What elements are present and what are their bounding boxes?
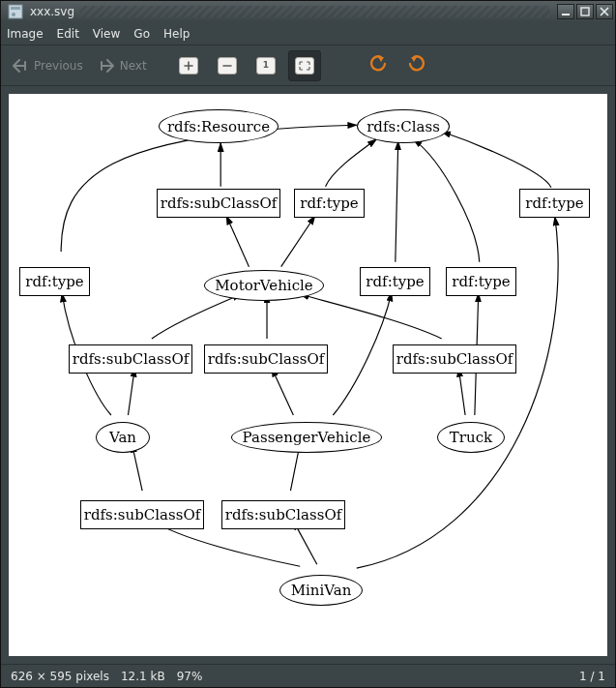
node-label: PassengerVehicle [243,429,371,446]
menu-image[interactable]: Image [7,27,44,41]
menu-help[interactable]: Help [163,27,190,41]
app-icon [7,3,24,20]
zoom-fit-button[interactable] [288,50,321,81]
status-dimensions: 626 × 595 pixels [11,670,109,683]
graph-edges [9,94,607,656]
statusbar: 626 × 595 pixels 12.1 kB 97% 1 / 1 [1,664,615,687]
node-sco-mv: rdfs:subClassOf [157,189,280,218]
image-viewport[interactable]: rdfs:Resource rdfs:Class MotorVehicle Va… [9,94,607,656]
zoom-out-button[interactable] [211,50,244,81]
canvas-area: rdfs:Resource rdfs:Class MotorVehicle Va… [1,86,615,664]
node-minivan: MiniVan [279,575,363,606]
status-page: 1 / 1 [579,670,605,683]
toolbar: Previous Next 1 [1,45,615,86]
node-label: rdfs:subClassOf [84,506,201,523]
zoom-100-button[interactable]: 1 [249,50,282,81]
node-sco-mv-pv: rdfs:subClassOf [221,500,345,529]
node-truck: Truck [437,422,505,453]
node-sco-truck: rdfs:subClassOf [393,344,516,374]
node-sco-van: rdfs:subClassOf [69,344,192,374]
minus-icon [218,57,237,75]
next-button[interactable]: Next [93,58,151,74]
svg-point-2 [12,13,15,16]
status-zoom: 97% [177,670,203,683]
status-filesize: 12.1 kB [121,670,165,683]
prev-button[interactable]: Previous [7,58,87,74]
node-type-mid: rdf:type [360,267,430,296]
node-label: rdfs:subClassOf [208,350,325,368]
node-motorvehicle: MotorVehicle [204,270,324,301]
node-label: rdf:type [300,194,358,212]
menubar: Image Edit View Go Help [1,22,615,45]
rotate-left-button[interactable] [362,50,395,81]
close-button[interactable] [596,4,613,19]
node-resource: rdfs:Resource [159,109,279,143]
next-label: Next [120,59,147,73]
menu-view[interactable]: View [93,27,120,41]
node-type-mv: rdf:type [294,189,365,218]
node-sco-mv-van: rdfs:subClassOf [80,500,204,529]
menu-edit[interactable]: Edit [57,27,79,41]
node-label: rdfs:Class [367,118,440,135]
one-to-one-icon: 1 [256,57,276,75]
node-passengervehicle: PassengerVehicle [231,422,382,453]
node-label: Truck [450,429,492,446]
node-label: Van [109,429,136,446]
titlebar: xxx.svg [1,1,615,22]
node-label: rdf:type [525,194,583,212]
svg-rect-4 [581,8,589,15]
plus-icon [179,57,198,75]
titlebar-texture [80,6,549,17]
maximize-button[interactable] [576,4,594,19]
node-label: rdfs:subClassOf [73,350,190,368]
node-sco-pv: rdfs:subClassOf [204,344,328,374]
rotate-right-button[interactable] [400,50,433,81]
rotate-left-icon [367,54,389,76]
fit-icon [295,57,314,75]
node-label: MotorVehicle [215,277,312,294]
minimize-button[interactable] [557,4,574,19]
node-type-left: rdf:type [19,267,90,296]
node-label: rdf:type [452,273,510,290]
node-van: Van [96,422,150,453]
node-label: rdfs:subClassOf [396,350,513,368]
node-type-right: rdf:type [446,267,516,296]
node-label: rdf:type [25,273,83,290]
node-label: rdf:type [366,273,424,290]
rotate-right-icon [406,54,427,76]
node-label: rdfs:subClassOf [161,194,278,212]
node-class: rdfs:Class [357,109,450,143]
menu-go[interactable]: Go [133,27,150,41]
node-label: rdfs:subClassOf [225,506,342,523]
node-type-far: rdf:type [519,189,590,218]
node-label: rdfs:Resource [167,118,270,135]
svg-rect-3 [562,14,570,15]
window-title: xxx.svg [30,5,74,18]
prev-label: Previous [34,59,83,73]
zoom-in-button[interactable] [172,50,205,81]
svg-rect-1 [11,7,20,10]
node-label: MiniVan [291,582,352,599]
